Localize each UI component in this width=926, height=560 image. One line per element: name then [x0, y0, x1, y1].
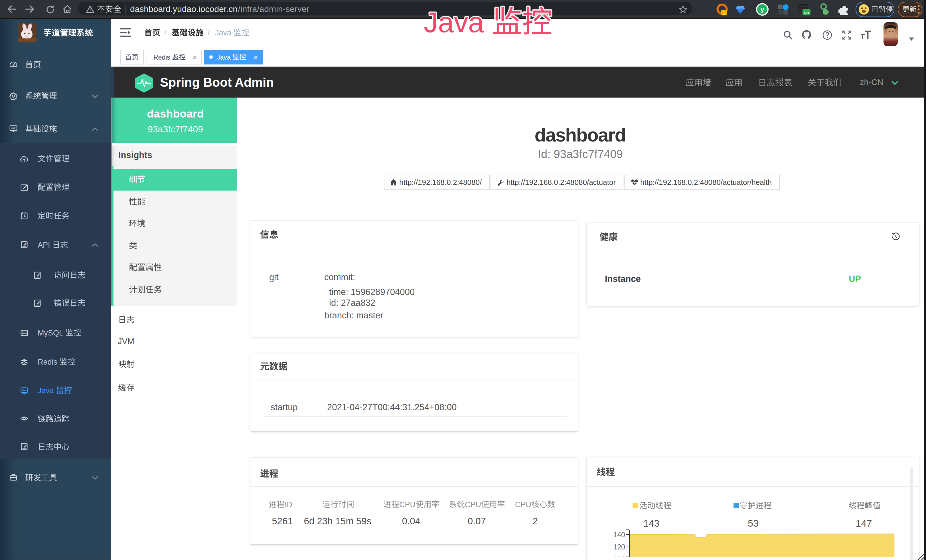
svg-text:on: on: [804, 10, 809, 15]
svg-text:120: 120: [613, 543, 625, 551]
svg-text:CPU: CPU: [399, 500, 415, 509]
svg-text:Java: Java: [215, 29, 234, 37]
svg-text:CPU: CPU: [465, 500, 481, 509]
svg-text:CPU: CPU: [515, 500, 531, 509]
svg-text:MySQL: MySQL: [38, 328, 65, 337]
svg-text:ID: ID: [284, 500, 292, 509]
svg-text:Java: Java: [38, 386, 56, 395]
svg-text:API: API: [38, 241, 52, 249]
svg-text:Java: Java: [217, 54, 232, 61]
svg-text:Java: Java: [424, 6, 492, 38]
svg-text:Redis: Redis: [38, 358, 60, 366]
svg-text:1: 1: [723, 11, 726, 15]
svg-text:y: y: [761, 6, 764, 13]
svg-text:100: 100: [613, 555, 625, 557]
svg-text:Redis: Redis: [153, 54, 172, 61]
svg-text:140: 140: [613, 531, 625, 539]
